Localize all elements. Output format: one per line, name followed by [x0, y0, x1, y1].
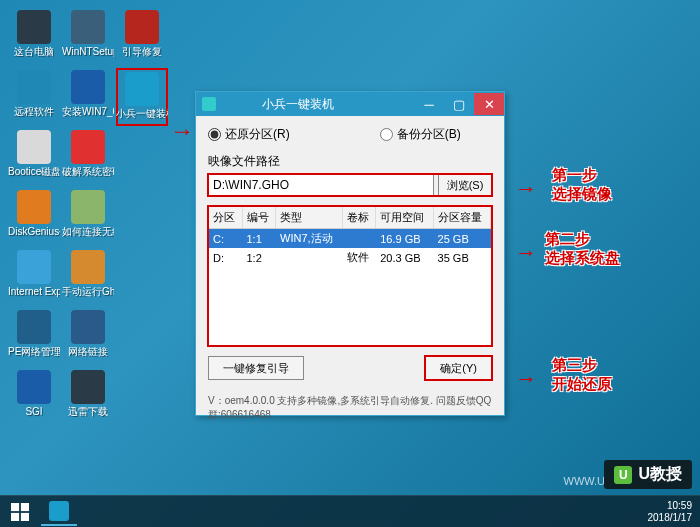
icon-label: 迅雷下载	[68, 406, 108, 417]
start-button[interactable]	[0, 496, 40, 528]
desktop-icon[interactable]: 小兵一键装机	[116, 68, 168, 126]
desktop-icon[interactable]: 如何连接无线网络	[62, 188, 114, 246]
app-icon	[71, 130, 105, 164]
annotation-step3: 第三步 开始还原	[552, 356, 612, 394]
partition-table: 分区编号类型卷标可用空间分区容量 C:1:1WIN7,活动16.9 GB25 G…	[208, 206, 492, 346]
app-icon	[17, 130, 51, 164]
taskbar: 10:59 2018/1/17	[0, 495, 700, 527]
icon-label: 引导修复	[122, 46, 162, 57]
desktop-icon[interactable]: SGI	[8, 368, 60, 426]
table-row[interactable]: C:1:1WIN7,活动16.9 GB25 GB	[209, 229, 491, 249]
column-header[interactable]: 分区	[209, 207, 242, 229]
arrow-step3: →	[515, 366, 537, 392]
annotation-step1: 第一步 选择镜像	[552, 166, 612, 204]
app-icon	[17, 370, 51, 404]
browse-button[interactable]: 浏览(S)	[438, 174, 492, 196]
system-tray[interactable]: 10:59 2018/1/17	[648, 500, 701, 524]
icon-label: PE网络管理器	[8, 346, 60, 357]
desktop-icon[interactable]: 远程软件	[8, 68, 60, 126]
main-window: 小兵一键装机 ─ ▢ ✕ 还原分区(R) 备份分区(B) 映像文件路径 浏览(S…	[195, 91, 505, 416]
footer-text: V：oem4.0.0.0 支持多种镜像,多系统引导自动修复. 问题反馈QQ群:6…	[208, 388, 492, 422]
column-header[interactable]: 卷标	[342, 207, 376, 229]
path-input[interactable]	[208, 174, 434, 196]
arrow-to-window: →	[170, 117, 194, 145]
desktop-icon[interactable]: Bootice磁盘工具	[8, 128, 60, 186]
icon-label: 小兵一键装机	[116, 108, 168, 119]
desktop-icon[interactable]: Internet Explorer	[8, 248, 60, 306]
icon-label: 手动运行Ghost	[62, 286, 114, 297]
desktop-icon[interactable]: PE网络管理器	[8, 308, 60, 366]
arrow-step1: →	[515, 176, 537, 202]
desktop-icon[interactable]: 安装WIN7_64...	[62, 68, 114, 126]
desktop-icon[interactable]: 网络链接	[62, 308, 114, 366]
svg-rect-2	[11, 512, 19, 520]
app-icon	[17, 70, 51, 104]
repair-boot-button[interactable]: 一键修复引导	[208, 356, 304, 380]
icon-label: DiskGenius分区工具	[8, 226, 60, 237]
app-icon	[202, 97, 216, 111]
brand-logo: UU教授	[604, 460, 692, 489]
app-icon	[71, 190, 105, 224]
ok-button[interactable]: 确定(Y)	[425, 356, 492, 380]
svg-rect-0	[11, 503, 19, 511]
app-icon	[71, 10, 105, 44]
annotation-step2: 第二步 选择系统盘	[545, 230, 620, 268]
minimize-button[interactable]: ─	[414, 93, 444, 115]
icon-label: 这台电脑	[14, 46, 54, 57]
icon-label: Bootice磁盘工具	[8, 166, 60, 177]
column-header[interactable]: 编号	[242, 207, 276, 229]
column-header[interactable]: 类型	[276, 207, 343, 229]
desktop-icon[interactable]: 这台电脑	[8, 8, 60, 66]
app-icon	[17, 250, 51, 284]
close-button[interactable]: ✕	[474, 93, 504, 115]
icon-label: 安装WIN7_64...	[62, 106, 114, 117]
column-header[interactable]: 可用空间	[376, 207, 433, 229]
icon-label: 破解系统密码	[62, 166, 114, 177]
icon-label: 如何连接无线网络	[62, 226, 114, 237]
arrow-step2: →	[515, 240, 537, 266]
app-icon	[71, 310, 105, 344]
desktop-icon[interactable]: 破解系统密码	[62, 128, 114, 186]
app-icon	[17, 190, 51, 224]
icon-label: 远程软件	[14, 106, 54, 117]
window-title: 小兵一键装机	[222, 96, 414, 113]
radio-restore[interactable]: 还原分区(R)	[208, 126, 290, 143]
titlebar: 小兵一键装机 ─ ▢ ✕	[196, 92, 504, 116]
path-label: 映像文件路径	[208, 153, 492, 170]
app-icon	[17, 310, 51, 344]
app-icon	[71, 370, 105, 404]
desktop-icon[interactable]: 迅雷下载	[62, 368, 114, 426]
desktop-icon[interactable]: WinNTSetup	[62, 8, 114, 66]
desktop-icon[interactable]: 引导修复	[116, 8, 168, 66]
desktop-icon[interactable]: DiskGenius分区工具	[8, 188, 60, 246]
app-icon	[125, 72, 159, 106]
table-row[interactable]: D:1:2软件20.3 GB35 GB	[209, 248, 491, 267]
icon-label: Internet Explorer	[8, 286, 60, 297]
app-icon	[71, 250, 105, 284]
svg-rect-1	[21, 503, 29, 511]
column-header[interactable]: 分区容量	[433, 207, 490, 229]
icon-label: WinNTSetup	[62, 46, 114, 57]
svg-rect-3	[21, 512, 29, 520]
icon-label: 网络链接	[68, 346, 108, 357]
taskbar-app-icon[interactable]	[41, 498, 77, 526]
icon-label: SGI	[25, 406, 42, 417]
app-icon	[17, 10, 51, 44]
radio-backup[interactable]: 备份分区(B)	[380, 126, 461, 143]
app-icon	[125, 10, 159, 44]
maximize-button[interactable]: ▢	[444, 93, 474, 115]
desktop-icon[interactable]: 手动运行Ghost	[62, 248, 114, 306]
app-icon	[71, 70, 105, 104]
path-row: 浏览(S)	[208, 174, 492, 196]
